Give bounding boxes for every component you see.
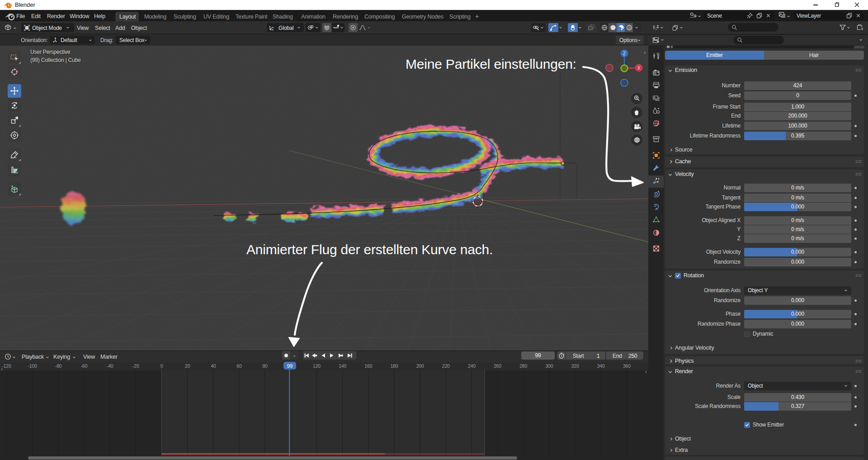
svg-text:300: 300 <box>545 363 553 369</box>
svg-text:80: 80 <box>262 363 268 369</box>
svg-text:0: 0 <box>160 363 163 369</box>
svg-text:200: 200 <box>416 363 424 369</box>
svg-text:180: 180 <box>390 363 398 369</box>
svg-text:280: 280 <box>519 363 527 369</box>
svg-text:-120: -120 <box>2 363 11 369</box>
svg-text:260: 260 <box>494 363 501 369</box>
svg-text:-60: -60 <box>81 363 88 369</box>
svg-text:240: 240 <box>468 363 476 369</box>
svg-text:Z: Z <box>623 51 626 56</box>
svg-text:160: 160 <box>364 363 372 369</box>
svg-text:-20: -20 <box>132 363 139 369</box>
svg-text:40: 40 <box>211 363 216 369</box>
svg-text:X: X <box>637 66 641 71</box>
svg-text:-80: -80 <box>55 363 62 369</box>
svg-text:60: 60 <box>236 363 242 369</box>
svg-text:320: 320 <box>571 363 579 369</box>
svg-text:220: 220 <box>442 363 450 369</box>
svg-text:360: 360 <box>623 363 631 369</box>
svg-text:20: 20 <box>185 363 190 369</box>
svg-text:340: 340 <box>597 363 605 369</box>
svg-text:140: 140 <box>339 363 346 369</box>
svg-text:120: 120 <box>313 363 321 369</box>
svg-text:-100: -100 <box>28 363 38 369</box>
svg-text:-40: -40 <box>107 363 113 369</box>
